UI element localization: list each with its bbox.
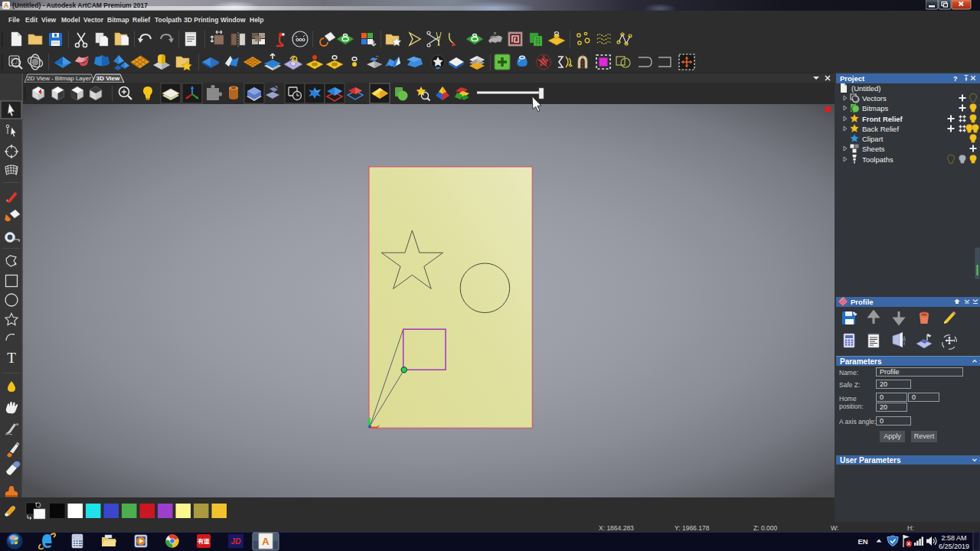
svg-text:?: ? [953,75,958,83]
svg-text:(Untitled): (Untitled) [851,84,881,93]
svg-text:2D View - Bitmap Layer: 2D View - Bitmap Layer [27,75,91,82]
svg-text:User Parameters: User Parameters [840,456,901,465]
svg-text:T: T [7,350,16,366]
svg-text:Back Relief: Back Relief [862,125,899,133]
svg-text:Bitmaps: Bitmaps [862,104,889,112]
svg-text:Clipart: Clipart [862,135,884,143]
svg-text:2:58 AM: 2:58 AM [941,534,966,542]
svg-text:Toolpaths: Toolpaths [862,155,893,164]
svg-text:Project: Project [840,74,865,83]
svg-text:3D View: 3D View [96,75,120,82]
svg-text:EN: EN [858,537,867,546]
svg-text:Sheets: Sheets [862,145,885,153]
svg-text:Parameters: Parameters [840,357,882,366]
svg-text:Vectors: Vectors [862,94,887,103]
svg-text:Front Relief: Front Relief [862,115,903,123]
svg-text:6/25/2019: 6/25/2019 [939,543,969,550]
svg-text:JD: JD [231,537,241,546]
svg-text:有道: 有道 [197,538,211,545]
svg-text:A: A [262,536,270,547]
svg-text:Profile: Profile [851,298,874,306]
